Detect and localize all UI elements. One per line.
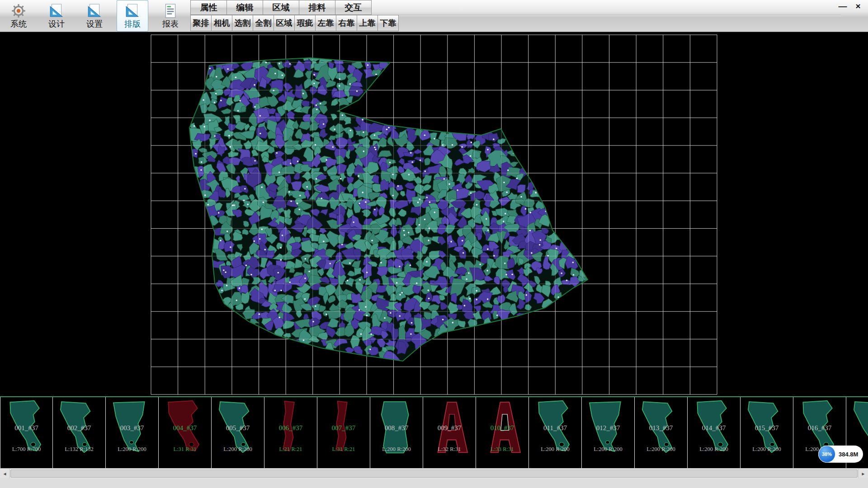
nav-layout-button[interactable]: 排版 xyxy=(117,0,148,32)
memory-badge: 38% 384.8M xyxy=(818,446,863,463)
piece-name: 002_#37 xyxy=(53,424,105,432)
piece-lr-count: L:132 R:132 xyxy=(53,446,105,453)
minimize-button[interactable]: — xyxy=(836,1,849,12)
progress-circle: 38% xyxy=(818,446,835,463)
piece-name: 008_#37 xyxy=(370,424,423,432)
tab-attributes[interactable]: 属性 xyxy=(190,0,227,15)
piece-name: 001_#37 xyxy=(0,424,52,432)
piece-lr-count: L:33 R:31 xyxy=(476,446,528,453)
status-bar xyxy=(0,478,868,488)
set-square-icon xyxy=(124,3,141,19)
piece-lr-count: L:200 R:200 xyxy=(582,446,634,453)
action-align-right[interactable]: 右靠 xyxy=(336,15,357,31)
piece-thumbnail[interactable]: 003_#37L:200 R:200 xyxy=(106,397,159,468)
nav-report-button[interactable]: 报表 xyxy=(155,0,186,32)
piece-lr-count: L:200 R:200 xyxy=(741,446,793,453)
piece-name: 012_#37 xyxy=(582,424,634,432)
piece-lr-count: L:21 R:21 xyxy=(264,446,317,453)
scroll-right-button[interactable]: ► xyxy=(858,469,868,479)
set-square-icon xyxy=(48,3,65,19)
nav-report-label: 报表 xyxy=(162,19,179,28)
action-cluster-nest[interactable]: 聚排 xyxy=(190,15,212,31)
piece-list: 001_#37L:700 R:700002_#37L:132 R:132003_… xyxy=(0,396,868,468)
action-align-bottom[interactable]: 下靠 xyxy=(377,15,399,31)
nesting-canvas[interactable] xyxy=(0,32,868,396)
menu-tabs: 属性 编辑 区域 排料 交互 xyxy=(191,0,399,15)
action-cut-all[interactable]: 全割 xyxy=(253,15,274,31)
piece-lr-count: L:200 R:200 xyxy=(529,446,581,453)
piece-lr-count: L:32 R:31 xyxy=(423,446,476,453)
nesting-drawing xyxy=(0,32,868,396)
nav-system-label: 系统 xyxy=(10,19,27,28)
action-camera[interactable]: 相机 xyxy=(211,15,232,31)
window-controls: — × xyxy=(836,1,864,12)
gear-icon xyxy=(10,3,27,19)
piece-name: 014_#37 xyxy=(688,424,740,432)
action-region[interactable]: 区域 xyxy=(274,15,295,31)
piece-thumbnail[interactable]: 007_#37L:31 R:21 xyxy=(317,397,370,468)
piece-thumbnail[interactable]: 011_#37L:200 R:200 xyxy=(529,397,582,468)
piece-name: 005_#37 xyxy=(212,424,264,432)
main-nav: 系统 设计 设置 xyxy=(3,0,186,32)
nav-settings-button[interactable]: 设置 xyxy=(79,0,110,32)
piece-name: 009_#37 xyxy=(423,424,476,432)
piece-lr-count: L:200 R:200 xyxy=(688,446,740,453)
app-window: 系统 设计 设置 xyxy=(0,0,868,488)
action-defect[interactable]: 瑕疵 xyxy=(294,15,316,31)
action-align-top[interactable]: 上靠 xyxy=(357,15,378,31)
piece-lr-count: L:200 R:200 xyxy=(212,446,264,453)
piece-lr-count: L:31 R:31 xyxy=(159,446,211,453)
piece-name: 006_#37 xyxy=(264,424,317,432)
menu-area: 属性 编辑 区域 排料 交互 聚排 相机 选割 全割 区域 瑕疵 左靠 右靠 上… xyxy=(191,0,399,32)
nav-layout-label: 排版 xyxy=(124,19,141,28)
action-align-left[interactable]: 左靠 xyxy=(315,15,336,31)
piece-name: 011_#37 xyxy=(529,424,581,432)
nav-design-label: 设计 xyxy=(48,19,65,28)
close-button[interactable]: × xyxy=(852,1,864,12)
piece-thumbnail[interactable]: 001_#37L:700 R:700 xyxy=(0,397,53,468)
piece-lr-count: L:200 R:200 xyxy=(635,446,687,453)
set-square-icon xyxy=(86,3,103,19)
piece-thumbnail[interactable]: 015_#37L:200 R:200 xyxy=(741,397,793,468)
piece-name: 016_#37 xyxy=(793,424,846,432)
piece-name: 003_#37 xyxy=(106,424,158,432)
toolbar: 系统 设计 设置 xyxy=(0,0,868,32)
piece-name: 007_#37 xyxy=(317,424,370,432)
tab-interaction[interactable]: 交互 xyxy=(335,0,372,15)
piece-lr-count: L:700 R:700 xyxy=(0,446,52,453)
piece-thumbnail[interactable]: 004_#37L:31 R:31 xyxy=(159,397,212,468)
piece-thumbnail[interactable]: 008_#37L:200 R:200 xyxy=(370,397,423,468)
nav-settings-label: 设置 xyxy=(86,19,103,28)
scrollbar-thumb[interactable] xyxy=(10,469,858,478)
action-select-cut[interactable]: 选割 xyxy=(232,15,253,31)
piece-name: 004_#37 xyxy=(159,424,211,432)
tab-edit[interactable]: 编辑 xyxy=(226,0,263,15)
action-buttons: 聚排 相机 选割 全割 区域 瑕疵 左靠 右靠 上靠 下靠 xyxy=(191,15,399,32)
nav-system-button[interactable]: 系统 xyxy=(3,0,34,32)
piece-thumbnail[interactable]: 010_#37L:33 R:31 xyxy=(476,397,529,468)
report-icon xyxy=(162,3,179,19)
scroll-left-button[interactable]: ◄ xyxy=(0,469,10,479)
memory-value: 384.8M xyxy=(839,451,858,458)
tab-nesting[interactable]: 排料 xyxy=(299,0,335,15)
piece-name: 013_#37 xyxy=(635,424,687,432)
nav-design-button[interactable]: 设计 xyxy=(41,0,72,32)
piece-thumbnail[interactable]: 009_#37L:32 R:31 xyxy=(423,397,476,468)
progress-percent: 38% xyxy=(822,451,832,457)
piece-lr-count: L:200 R:200 xyxy=(370,446,423,453)
tab-region[interactable]: 区域 xyxy=(263,0,299,15)
piece-thumbnail[interactable]: 013_#37L:200 R:200 xyxy=(635,397,688,468)
piece-lr-count: L:31 R:21 xyxy=(317,446,370,453)
horizontal-scrollbar[interactable]: ◄ ► xyxy=(0,468,868,478)
piece-thumbnail[interactable]: 014_#37L:200 R:200 xyxy=(688,397,741,468)
piece-thumbnail[interactable]: 012_#37L:200 R:200 xyxy=(582,397,635,468)
piece-thumbnail[interactable]: 002_#37L:132 R:132 xyxy=(53,397,106,468)
piece-lr-count: L:200 R:200 xyxy=(106,446,158,453)
piece-name: 015_#37 xyxy=(741,424,793,432)
piece-thumbnail[interactable]: 005_#37L:200 R:200 xyxy=(212,397,264,468)
piece-thumbnail[interactable]: 006_#37L:21 R:21 xyxy=(264,397,317,468)
piece-name: 010_#37 xyxy=(476,424,528,432)
